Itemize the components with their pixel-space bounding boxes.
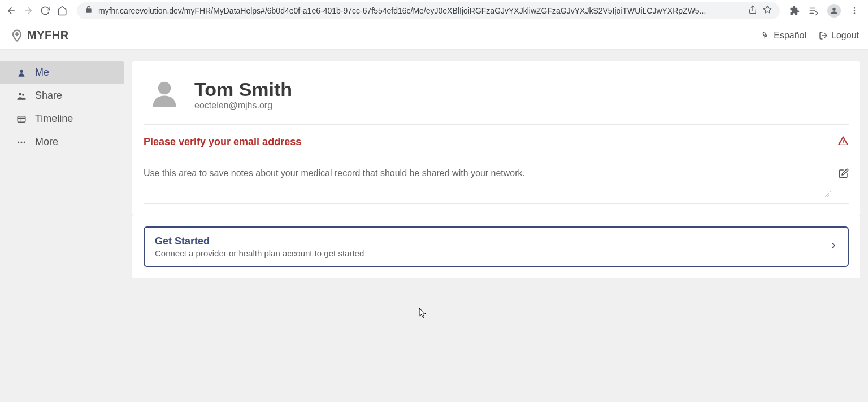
svg-point-10 — [854, 12, 856, 14]
profile-card: Tom Smith eoctelen@mjhs.org Please verif… — [132, 61, 860, 215]
address-bar[interactable]: myfhr.careevolution.dev/myFHR/MyDataHelp… — [77, 2, 780, 19]
menu-icon[interactable] — [849, 5, 860, 16]
profile-avatar-icon[interactable] — [827, 4, 841, 18]
logout-button[interactable]: Logout — [819, 30, 859, 41]
logo-text: MYFHR — [27, 29, 69, 42]
sidebar-item-more[interactable]: More — [0, 130, 124, 154]
share-url-icon[interactable] — [748, 5, 757, 16]
sidebar-item-me[interactable]: Me — [0, 61, 124, 84]
svg-rect-17 — [18, 116, 25, 122]
sidebar-item-label: Share — [35, 90, 62, 102]
sidebar-item-label: Me — [35, 67, 49, 78]
main-content: Tom Smith eoctelen@mjhs.org Please verif… — [124, 50, 868, 402]
user-icon — [16, 68, 27, 77]
sidebar-item-label: More — [35, 136, 58, 148]
forward-icon[interactable] — [23, 5, 34, 16]
timeline-icon — [16, 114, 27, 124]
svg-line-26 — [830, 196, 831, 197]
back-icon[interactable] — [6, 5, 17, 16]
language-button[interactable]: Español — [761, 30, 806, 41]
notes-placeholder[interactable]: Use this area to save notes about your m… — [144, 168, 525, 181]
svg-point-21 — [21, 141, 23, 143]
toolbar-right — [789, 4, 862, 18]
app-header: MYFHR Español Logout — [0, 21, 868, 50]
notes-row: Use this area to save notes about your m… — [144, 159, 849, 204]
sidebar-item-share[interactable]: Share — [0, 84, 124, 107]
warning-icon — [837, 135, 849, 148]
logout-label: Logout — [831, 30, 859, 41]
more-icon — [16, 137, 27, 147]
get-started-card: Get Started Connect a provider or health… — [132, 215, 860, 278]
avatar-icon — [149, 78, 180, 111]
profile-email: eoctelen@mjhs.org — [194, 100, 292, 111]
app-body: Me Share Timeline More — [0, 50, 868, 402]
svg-point-23 — [158, 82, 171, 95]
svg-point-22 — [24, 141, 25, 143]
svg-point-20 — [18, 141, 19, 143]
resize-handle-icon[interactable] — [825, 191, 831, 199]
logo[interactable]: MYFHR — [9, 28, 69, 43]
sidebar-item-timeline[interactable]: Timeline — [0, 107, 124, 130]
svg-point-7 — [832, 7, 835, 10]
reload-icon[interactable] — [40, 5, 51, 16]
profile-row: Tom Smith eoctelen@mjhs.org — [144, 78, 849, 125]
header-right: Español Logout — [761, 30, 859, 41]
svg-point-15 — [19, 93, 22, 95]
profile-name: Tom Smith — [194, 78, 292, 100]
sidebar-item-label: Timeline — [35, 113, 73, 125]
star-icon[interactable] — [763, 5, 772, 16]
chevron-right-icon — [830, 240, 837, 254]
users-icon — [16, 91, 27, 101]
browser-toolbar: myfhr.careevolution.dev/myFHR/MyDataHelp… — [0, 0, 868, 21]
alert-text: Please verify your email address — [144, 136, 301, 148]
sidebar: Me Share Timeline More — [0, 50, 124, 402]
get-started-button[interactable]: Get Started Connect a provider or health… — [144, 226, 849, 267]
lock-icon — [85, 6, 93, 15]
svg-point-9 — [854, 10, 856, 11]
reading-list-icon[interactable] — [808, 5, 819, 16]
profile-info: Tom Smith eoctelen@mjhs.org — [194, 78, 292, 111]
get-started-text: Get Started Connect a provider or health… — [155, 235, 364, 258]
svg-point-8 — [854, 7, 856, 9]
svg-marker-3 — [763, 6, 771, 13]
language-label: Español — [774, 30, 806, 41]
get-started-title: Get Started — [155, 235, 364, 247]
url-text: myfhr.careevolution.dev/myFHR/MyDataHelp… — [98, 6, 743, 15]
alert-row[interactable]: Please verify your email address — [144, 125, 849, 159]
extensions-icon[interactable] — [789, 5, 800, 16]
svg-point-14 — [20, 69, 23, 72]
svg-point-16 — [22, 93, 24, 95]
home-icon[interactable] — [57, 5, 68, 16]
edit-icon[interactable] — [839, 168, 849, 181]
get-started-subtitle: Connect a provider or health plan accoun… — [155, 248, 364, 258]
